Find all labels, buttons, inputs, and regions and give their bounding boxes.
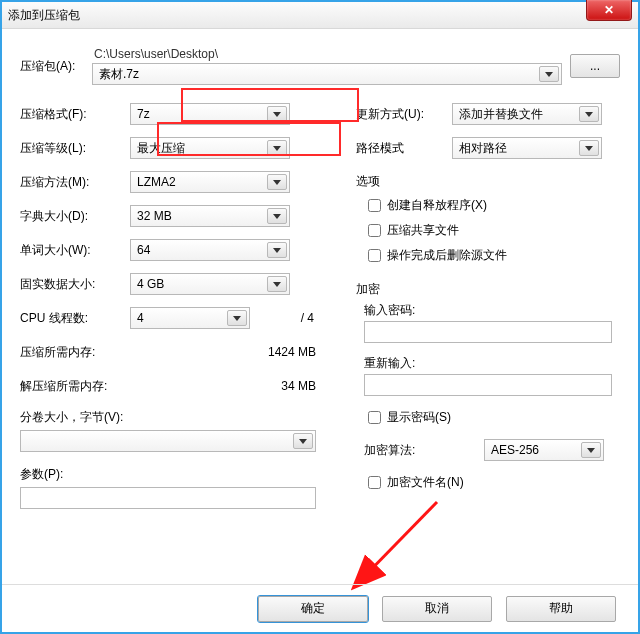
pathmode-select[interactable]: 相对路径 — [452, 137, 602, 159]
method-value: LZMA2 — [137, 175, 176, 189]
threads-select[interactable]: 4 — [130, 307, 250, 329]
word-value: 64 — [137, 243, 150, 257]
checkbox-icon[interactable] — [368, 411, 381, 424]
params-input[interactable] — [20, 487, 316, 509]
dict-label: 字典大小(D): — [20, 208, 130, 225]
mem-comp-value: 1424 MB — [190, 345, 336, 359]
format-select[interactable]: 7z — [130, 103, 290, 125]
algo-value: AES-256 — [491, 443, 539, 457]
chevron-down-icon — [579, 106, 599, 122]
dialog-footer: 确定 取消 帮助 — [2, 584, 638, 632]
chevron-down-icon — [267, 242, 287, 258]
chevron-down-icon — [267, 140, 287, 156]
archive-label: 压缩包(A): — [20, 58, 92, 75]
ellipsis-icon: ... — [590, 59, 600, 73]
options-group-title: 选项 — [356, 173, 620, 190]
pathmode-value: 相对路径 — [459, 140, 507, 157]
chevron-down-icon — [579, 140, 599, 156]
browse-button[interactable]: ... — [570, 54, 620, 78]
update-label: 更新方式(U): — [356, 106, 452, 123]
level-value: 最大压缩 — [137, 140, 185, 157]
close-button[interactable]: ✕ — [586, 0, 632, 21]
dict-value: 32 MB — [137, 209, 172, 223]
archive-path-prefix: C:\Users\user\Desktop\ — [92, 47, 562, 61]
client-area: 压缩包(A): C:\Users\user\Desktop\ 素材.7z ...… — [2, 29, 638, 595]
archive-row: 压缩包(A): C:\Users\user\Desktop\ 素材.7z ... — [20, 47, 620, 85]
opt-sfx-label: 创建自释放程序(X) — [387, 197, 487, 214]
mem-decomp-label: 解压缩所需内存: — [20, 378, 190, 395]
update-select[interactable]: 添加并替换文件 — [452, 103, 602, 125]
mem-comp-label: 压缩所需内存: — [20, 344, 190, 361]
archive-filename: 素材.7z — [99, 66, 139, 83]
split-label: 分卷大小，字节(V): — [20, 409, 336, 426]
mem-decomp-value: 34 MB — [190, 379, 336, 393]
opt-share-checkbox[interactable]: 压缩共享文件 — [364, 221, 620, 240]
title-bar: 添加到压缩包 ✕ — [2, 2, 638, 29]
checkbox-icon[interactable] — [368, 199, 381, 212]
chevron-down-icon — [293, 433, 313, 449]
password2-label: 重新输入: — [364, 355, 620, 372]
solid-value: 4 GB — [137, 277, 164, 291]
left-column: 压缩格式(F): 7z 压缩等级(L): 最大压缩 压缩方法(M): LZMA2… — [20, 97, 336, 509]
algo-select[interactable]: AES-256 — [484, 439, 604, 461]
encrypt-names-label: 加密文件名(N) — [387, 474, 464, 491]
threads-label: CPU 线程数: — [20, 310, 130, 327]
threads-value: 4 — [137, 311, 144, 325]
window-title: 添加到压缩包 — [8, 7, 80, 24]
split-combo[interactable] — [20, 430, 316, 452]
pathmode-label: 路径模式 — [356, 140, 452, 157]
format-label: 压缩格式(F): — [20, 106, 130, 123]
chevron-down-icon — [227, 310, 247, 326]
solid-select[interactable]: 4 GB — [130, 273, 290, 295]
dict-select[interactable]: 32 MB — [130, 205, 290, 227]
chevron-down-icon — [267, 276, 287, 292]
chevron-down-icon — [267, 208, 287, 224]
opt-delete-checkbox[interactable]: 操作完成后删除源文件 — [364, 246, 620, 265]
update-value: 添加并替换文件 — [459, 106, 543, 123]
chevron-down-icon — [267, 174, 287, 190]
password-label: 输入密码: — [364, 302, 620, 319]
cancel-label: 取消 — [425, 600, 449, 617]
checkbox-icon[interactable] — [368, 476, 381, 489]
threads-max: / 4 — [254, 311, 314, 325]
ok-label: 确定 — [301, 600, 325, 617]
method-select[interactable]: LZMA2 — [130, 171, 290, 193]
opt-share-label: 压缩共享文件 — [387, 222, 459, 239]
right-column: 更新方式(U): 添加并替换文件 路径模式 相对路径 选项 创建自释放程序(X)… — [336, 97, 620, 509]
checkbox-icon[interactable] — [368, 249, 381, 262]
help-button[interactable]: 帮助 — [506, 596, 616, 622]
word-label: 单词大小(W): — [20, 242, 130, 259]
cancel-button[interactable]: 取消 — [382, 596, 492, 622]
checkbox-icon[interactable] — [368, 224, 381, 237]
method-label: 压缩方法(M): — [20, 174, 130, 191]
password-input[interactable] — [364, 321, 612, 343]
word-select[interactable]: 64 — [130, 239, 290, 261]
solid-label: 固实数据大小: — [20, 276, 130, 293]
encryption-group-title: 加密 — [356, 281, 620, 298]
show-password-checkbox[interactable]: 显示密码(S) — [364, 408, 620, 427]
encrypt-names-checkbox[interactable]: 加密文件名(N) — [364, 473, 620, 492]
archive-filename-combo[interactable]: 素材.7z — [92, 63, 562, 85]
close-icon: ✕ — [604, 3, 614, 17]
opt-delete-label: 操作完成后删除源文件 — [387, 247, 507, 264]
params-label: 参数(P): — [20, 466, 336, 483]
help-label: 帮助 — [549, 600, 573, 617]
format-value: 7z — [137, 107, 150, 121]
level-select[interactable]: 最大压缩 — [130, 137, 290, 159]
opt-sfx-checkbox[interactable]: 创建自释放程序(X) — [364, 196, 620, 215]
chevron-down-icon — [539, 66, 559, 82]
algo-label: 加密算法: — [364, 442, 484, 459]
chevron-down-icon — [581, 442, 601, 458]
ok-button[interactable]: 确定 — [258, 596, 368, 622]
chevron-down-icon — [267, 106, 287, 122]
password2-input[interactable] — [364, 374, 612, 396]
show-password-label: 显示密码(S) — [387, 409, 451, 426]
level-label: 压缩等级(L): — [20, 140, 130, 157]
